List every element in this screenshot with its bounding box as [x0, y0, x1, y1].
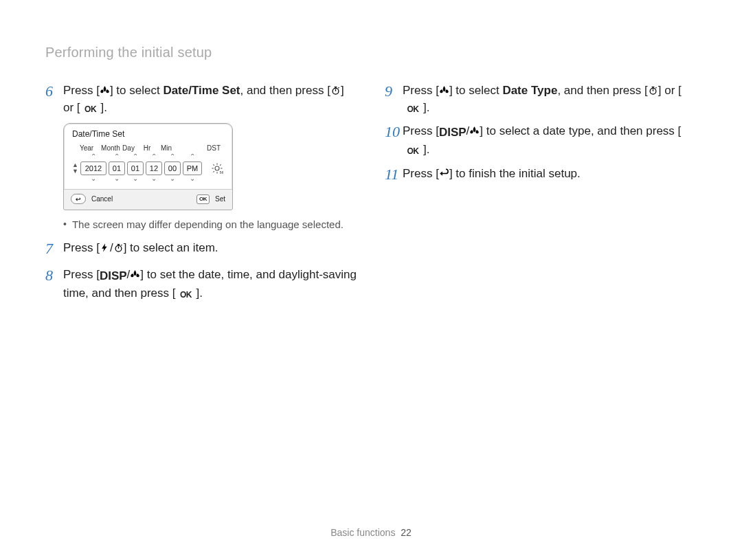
text: Press [ — [63, 84, 100, 97]
step-number: 8 — [45, 265, 63, 287]
dst-icon: off — [210, 161, 224, 175]
macro-icon — [130, 269, 140, 280]
step-7: 7 Press [/] to select an item. — [45, 240, 357, 260]
label-day: Day — [120, 144, 137, 152]
note: • The screen may differ depending on the… — [63, 219, 357, 230]
step-number: 10 — [385, 121, 403, 143]
timer-icon — [113, 243, 124, 253]
label-month: Month — [101, 144, 120, 152]
macro-icon — [469, 126, 480, 136]
chevron-up-icon: ⌃ — [170, 153, 175, 161]
ok-label: OK — [80, 104, 101, 115]
value-year: 2012 — [80, 161, 106, 175]
timer-icon — [330, 85, 341, 96]
step-text: Press [DISP/] to set the date, time, and… — [63, 267, 357, 302]
camera-lcd-mock: Date/Time Set Year Month Day Hr Min DST … — [63, 123, 233, 210]
text: ]. — [423, 143, 429, 156]
right-column: 9 Press [] to select Date Type, and then… — [385, 82, 697, 309]
text: Press [ — [63, 268, 100, 281]
left-column: 6 Press [] to select Date/Time Set, and … — [45, 82, 357, 309]
step-text: Press [] to select Date/Time Set, and th… — [63, 82, 357, 116]
text: , and then press [ — [240, 84, 330, 97]
lcd-ok-badge: OK — [196, 194, 210, 204]
chevron-up-icon: ⌃ — [91, 153, 96, 161]
step-9: 9 Press [] to select Date Type, and then… — [385, 82, 697, 116]
lcd-col-labels: Year Month Day Hr Min DST — [64, 142, 232, 153]
lcd-title: Date/Time Set — [64, 124, 232, 142]
chevron-up-icon: ⌃ — [114, 153, 120, 161]
svg-text:off: off — [220, 170, 223, 175]
ok-label: OK — [175, 290, 196, 300]
chevron-up-icon: ⌃ — [190, 153, 195, 161]
text: ] to select — [110, 84, 163, 97]
macro-icon — [439, 85, 449, 96]
timer-icon — [648, 85, 658, 96]
text: ]. — [423, 101, 429, 114]
svg-line-6 — [213, 165, 214, 166]
text: ]. — [101, 101, 107, 114]
bullet-icon: • — [63, 219, 67, 230]
text: ] to select an item. — [124, 241, 218, 254]
lcd-values-row: ▲▼ ⌃2012⌄ ⌃01⌄ ⌃01⌄ ⌃12⌄ ⌃00⌄ ⌃PM⌄ off — [64, 153, 232, 183]
svg-line-9 — [220, 165, 221, 166]
text-bold: Date Type — [502, 84, 557, 97]
back-icon: ↩ — [71, 194, 86, 204]
label-hr: Hr — [137, 144, 157, 152]
value-month: 01 — [109, 161, 125, 175]
text: ] to finish the initial setup. — [449, 167, 581, 180]
svg-point-1 — [215, 166, 219, 170]
label-min: Min — [157, 144, 175, 152]
chevron-up-icon: ⌃ — [133, 153, 138, 161]
step-text: Press [DISP/] to select a date type, and… — [403, 123, 697, 158]
step-number: 7 — [45, 238, 63, 260]
note-text: The screen may differ depending on the l… — [72, 219, 344, 230]
chevron-down-icon: ⌄ — [91, 175, 96, 183]
chevron-up-icon: ⌃ — [151, 153, 157, 161]
chevron-down-icon: ⌄ — [190, 175, 195, 183]
step-10: 10 Press [DISP/] to select a date type, … — [385, 123, 697, 158]
chevron-down-icon: ⌄ — [170, 175, 175, 183]
lcd-cancel: Cancel — [91, 195, 113, 203]
text: ] or [ — [658, 84, 682, 97]
step-number: 11 — [385, 164, 403, 186]
ok-label: OK — [403, 104, 423, 115]
text-bold: Date/Time Set — [163, 84, 240, 97]
text: Press [ — [403, 84, 439, 97]
text: ] to select a date type, and then press … — [480, 124, 681, 137]
page-section-title: Performing the initial setup — [45, 45, 212, 60]
text: Press [ — [63, 241, 100, 254]
flash-icon — [100, 243, 110, 253]
value-pm: PM — [183, 161, 202, 175]
disp-label: DISP — [439, 124, 466, 142]
text: ] to select — [449, 84, 502, 97]
svg-line-8 — [213, 171, 214, 172]
macro-icon — [100, 85, 110, 96]
label-year: Year — [72, 144, 101, 152]
text: ]. — [196, 287, 202, 300]
lcd-footer: ↩ Cancel OK Set — [64, 189, 232, 210]
value-min: 00 — [164, 161, 181, 175]
step-number: 6 — [45, 80, 63, 102]
footer-page: 22 — [401, 527, 412, 538]
text: , and then press [ — [557, 84, 647, 97]
label-dst: DST — [203, 144, 224, 152]
step-text: Press [] to select Date Type, and then p… — [403, 82, 697, 116]
footer-section: Basic functions — [330, 527, 395, 538]
text: Press [ — [403, 167, 439, 180]
return-icon — [439, 168, 449, 179]
chevron-down-icon: ⌄ — [133, 175, 138, 183]
step-text: Press [/] to select an item. — [63, 240, 357, 257]
step-6: 6 Press [] to select Date/Time Set, and … — [45, 82, 357, 116]
text: Press [ — [403, 124, 439, 137]
step-11: 11 Press [] to finish the initial setup. — [385, 166, 697, 186]
step-8: 8 Press [DISP/] to set the date, time, a… — [45, 267, 357, 302]
chevron-down-icon: ⌄ — [151, 175, 157, 183]
disp-label: DISP — [100, 268, 127, 285]
left-arrows: ▲▼ — [72, 162, 78, 175]
ok-label: OK — [403, 146, 423, 157]
step-number: 9 — [385, 80, 403, 102]
value-day: 01 — [127, 161, 144, 175]
chevron-down-icon: ⌄ — [114, 175, 120, 183]
value-hr: 12 — [146, 161, 162, 175]
lcd-set: Set — [215, 195, 225, 203]
